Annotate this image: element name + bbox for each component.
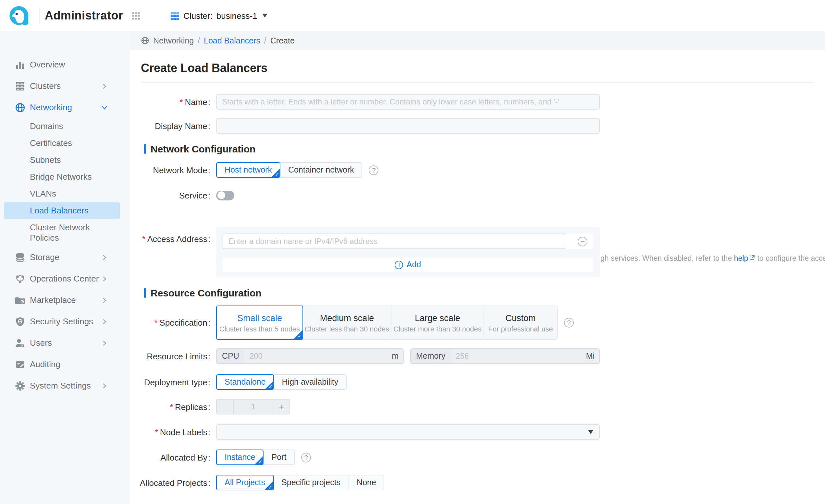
chevron-right-icon — [101, 297, 108, 303]
sidebar-item-networking[interactable]: Networking — [0, 97, 130, 118]
external-link-icon — [749, 255, 755, 261]
sidebar-item-domains[interactable]: Domains — [0, 118, 130, 135]
node-labels-label: *Node Labels: — [130, 424, 211, 440]
cluster-label: Cluster: — [183, 11, 213, 20]
sidebar-item-auditing[interactable]: Auditing — [0, 353, 130, 375]
chevron-right-icon — [101, 254, 108, 260]
sidebar: Overview Clusters — [0, 31, 130, 504]
network-mode-segmented: Host network Container network — [216, 162, 363, 178]
select-caret-down-icon — [588, 430, 593, 434]
help-link[interactable]: help — [734, 254, 748, 262]
cluster-caret-down-icon — [262, 14, 268, 17]
sidebar-item-overview[interactable]: Overview — [0, 54, 130, 75]
sidebar-item-subnets[interactable]: Subnets — [0, 152, 130, 169]
toggle-knob — [217, 191, 225, 199]
sidebar-item-marketplace[interactable]: Marketplace — [0, 289, 130, 311]
allocated-by-help-icon[interactable]: ? — [301, 452, 311, 462]
bar-chart-icon — [15, 59, 25, 70]
sidebar-item-clusters[interactable]: Clusters — [0, 75, 130, 97]
allocated-projects-all[interactable]: All Projects — [216, 475, 274, 490]
sidebar-item-bridge-networks[interactable]: Bridge Networks — [0, 169, 130, 185]
sidebar-item-label: Networking — [30, 102, 72, 112]
sidebar-item-load-balancers[interactable]: Load Balancers — [4, 202, 120, 219]
cpu-limit-group: CPU m — [216, 348, 404, 364]
memory-limit-group: Memory Mi — [410, 348, 600, 364]
name-input[interactable] — [216, 94, 600, 110]
network-mode-host-network[interactable]: Host network — [216, 162, 280, 178]
chevron-down-icon — [101, 104, 108, 110]
plus-circle-icon: + — [395, 260, 403, 269]
spec-medium-scale[interactable]: Medium scale Cluster less than 30 nodes — [302, 306, 391, 340]
allocated-projects-segmented: All Projects Specific projects None — [216, 475, 385, 490]
access-address-panel: − + Add — [216, 227, 600, 277]
main-content: Create Load Balancers *Name: Display Nam… — [130, 50, 825, 504]
chevron-right-icon — [101, 318, 108, 325]
globe-icon — [15, 102, 25, 112]
breadcrumb-load-balancers-link[interactable]: Load Balancers — [204, 36, 260, 45]
breadcrumb-networking: Networking — [153, 36, 194, 45]
sidebar-item-users[interactable]: Users — [0, 332, 130, 353]
cpu-prefix: CPU — [217, 349, 244, 363]
service-toggle[interactable] — [216, 190, 234, 200]
allocated-by-label: Allocated By: — [130, 449, 211, 465]
operations-nodes-icon — [15, 273, 25, 284]
allocated-by-port[interactable]: Port — [263, 449, 295, 465]
name-label: *Name: — [130, 94, 211, 110]
sidebar-item-cluster-network-policies[interactable]: Cluster Network Policies — [0, 219, 130, 247]
allocated-projects-specific[interactable]: Specific projects — [273, 475, 349, 490]
resource-configuration-section: Resource Configuration — [144, 287, 261, 299]
network-mode-container-network[interactable]: Container network — [280, 162, 363, 178]
section-accent-bar — [144, 144, 146, 154]
memory-unit: Mi — [585, 349, 599, 363]
app-switcher-grid-icon[interactable] — [132, 11, 140, 20]
breadcrumb-separator: / — [264, 36, 267, 45]
deployment-high-availability[interactable]: High availability — [274, 374, 347, 390]
audit-document-icon — [15, 359, 25, 369]
display-name-label: Display Name: — [130, 118, 211, 134]
sidebar-item-operations-center[interactable]: Operations Center — [0, 268, 130, 289]
sidebar-item-storage[interactable]: Storage — [0, 247, 130, 268]
sidebar-item-certificates[interactable]: Certificates — [0, 135, 130, 152]
sidebar-item-vlans[interactable]: VLANs — [0, 185, 130, 202]
database-icon — [15, 252, 25, 262]
allocated-by-instance[interactable]: Instance — [216, 449, 264, 465]
specification-label: *Specification: — [130, 306, 211, 340]
cluster-value: business-1 — [217, 11, 257, 20]
chevron-right-icon — [101, 340, 108, 346]
specification-help-icon[interactable]: ? — [564, 318, 574, 328]
deployment-type-segmented: Standalone High availability — [216, 374, 347, 390]
chevron-right-icon — [101, 383, 108, 389]
globe-icon — [141, 36, 149, 45]
memory-input[interactable] — [450, 349, 585, 363]
spec-small-scale[interactable]: Small scale Cluster less than 5 nodes — [216, 306, 303, 340]
servers-icon — [15, 81, 25, 91]
title-divider — [141, 82, 815, 83]
deployment-standalone[interactable]: Standalone — [216, 374, 274, 390]
cpu-unit: m — [390, 349, 403, 363]
replicas-value: 1 — [233, 400, 273, 414]
remove-address-icon[interactable]: − — [578, 236, 587, 246]
access-address-label: *Access Address: — [130, 227, 211, 243]
breadcrumb-create: Create — [270, 36, 295, 45]
display-name-input[interactable] — [216, 118, 600, 134]
network-configuration-section: Network Configuration — [144, 143, 255, 154]
specification-cards: Small scale Cluster less than 5 nodes Me… — [216, 306, 557, 340]
network-mode-help-icon[interactable]: ? — [369, 165, 379, 175]
spec-custom[interactable]: Custom For professional use — [483, 306, 557, 340]
sidebar-item-system-settings[interactable]: System Settings — [0, 375, 130, 396]
add-address-button[interactable]: + Add — [223, 257, 593, 272]
required-asterisk: * — [170, 402, 173, 412]
access-address-input[interactable] — [223, 234, 566, 249]
cpu-input[interactable] — [244, 349, 390, 363]
deployment-type-label: Deployment type: — [130, 374, 211, 390]
sidebar-item-security-settings[interactable]: Security Settings — [0, 311, 130, 332]
topbar-divider — [39, 7, 40, 24]
sidebar-item-label: Overview — [30, 60, 65, 69]
alauda-logo-icon — [8, 5, 30, 26]
spec-large-scale[interactable]: Large scale Cluster more than 30 nodes — [391, 306, 484, 340]
node-labels-select[interactable] — [216, 424, 600, 440]
allocated-projects-none[interactable]: None — [348, 475, 385, 490]
cluster-selector[interactable]: Cluster: business-1 — [170, 11, 268, 20]
service-label: Service: — [130, 190, 211, 200]
app-logo[interactable] — [0, 0, 39, 31]
